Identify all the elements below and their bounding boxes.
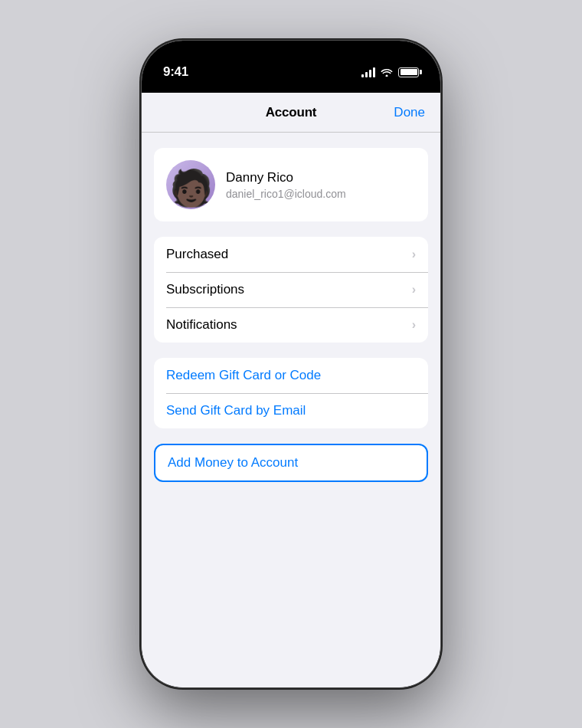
subscriptions-label: Subscriptions (166, 282, 244, 297)
content-area: 🧑🏿 Danny Rico daniel_rico1@icloud.com Pu… (142, 133, 440, 687)
avatar-emoji: 🧑🏿 (169, 170, 213, 205)
wifi-icon (381, 67, 393, 77)
profile-name: Danny Rico (226, 170, 346, 185)
page-title: Account (266, 105, 317, 120)
signal-icon (361, 67, 375, 77)
profile-email: daniel_rico1@icloud.com (226, 188, 346, 200)
purchased-label: Purchased (166, 247, 228, 262)
profile-info: Danny Rico daniel_rico1@icloud.com (226, 170, 346, 200)
notifications-label: Notifications (166, 317, 237, 333)
send-gift-card-label: Send Gift Card by Email (166, 403, 306, 418)
status-icons (361, 67, 419, 77)
settings-group: Purchased › Subscriptions › Notification… (154, 237, 428, 343)
dynamic-island (245, 61, 337, 87)
done-button[interactable]: Done (394, 105, 425, 120)
send-gift-card-item[interactable]: Send Gift Card by Email (154, 393, 428, 428)
subscriptions-chevron: › (412, 283, 416, 297)
subscriptions-item[interactable]: Subscriptions › (154, 272, 428, 307)
profile-card[interactable]: 🧑🏿 Danny Rico daniel_rico1@icloud.com (154, 148, 428, 221)
notifications-chevron: › (412, 318, 416, 332)
avatar: 🧑🏿 (166, 160, 215, 209)
status-time: 9:41 (163, 64, 188, 80)
nav-header: Account Done (142, 93, 440, 133)
purchased-chevron: › (412, 248, 416, 261)
redeem-gift-card-item[interactable]: Redeem Gift Card or Code (154, 358, 428, 393)
notifications-item[interactable]: Notifications › (154, 307, 428, 343)
purchased-item[interactable]: Purchased › (154, 237, 428, 272)
add-money-item[interactable]: Add Money to Account (154, 444, 428, 482)
gift-card-group: Redeem Gift Card or Code Send Gift Card … (154, 358, 428, 428)
redeem-gift-card-label: Redeem Gift Card or Code (166, 368, 321, 383)
add-money-label: Add Money to Account (168, 455, 298, 471)
battery-icon (398, 67, 419, 77)
